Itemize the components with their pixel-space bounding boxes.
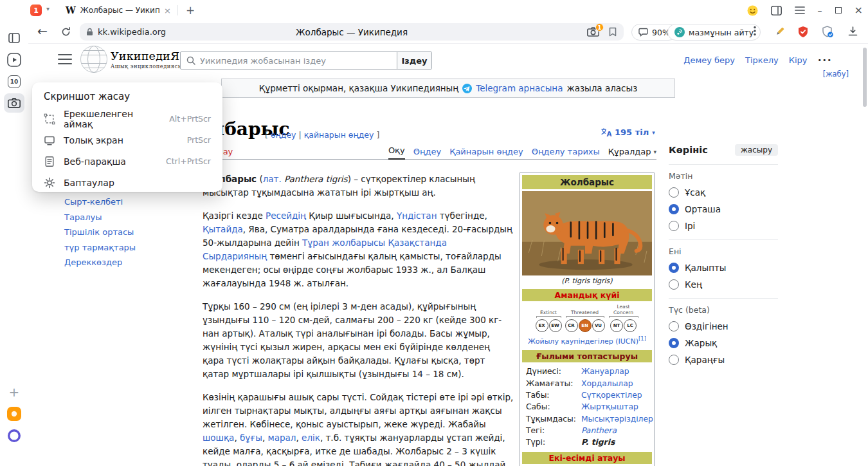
header-link[interactable]: Демеу беру bbox=[683, 55, 735, 65]
search-button[interactable]: Іздеу bbox=[397, 52, 431, 69]
appearance-option[interactable]: Орташа bbox=[669, 204, 778, 214]
taxonomy-value[interactable]: Мысықтәрізділер bbox=[581, 415, 653, 424]
tab-close-icon[interactable]: × bbox=[164, 6, 171, 15]
article-link[interactable]: елік bbox=[302, 433, 320, 443]
side-panel-icon[interactable] bbox=[771, 6, 782, 15]
browser-menu-icon[interactable] bbox=[795, 6, 805, 14]
alice-ring-icon[interactable] bbox=[0, 426, 28, 445]
url-text[interactable]: kk.wikipedia.org bbox=[98, 27, 166, 37]
protect-shield-icon[interactable] bbox=[822, 26, 834, 38]
view-tab[interactable]: Құралдар▾ bbox=[608, 147, 656, 160]
status-link[interactable]: Жойылу қаупіндегілер (IUCN)[1] bbox=[522, 335, 652, 346]
article-link[interactable]: Қытайда bbox=[203, 224, 243, 234]
article-link[interactable]: Тұран жолбарысы bbox=[302, 238, 385, 248]
radio-button[interactable] bbox=[669, 355, 679, 365]
radio-button[interactable] bbox=[669, 279, 679, 290]
address-bar[interactable]: kk.wikipedia.org Жолбарыс — Уикипедия 1 bbox=[80, 23, 624, 41]
view-tab[interactable]: Оқу bbox=[388, 145, 405, 160]
article-link[interactable]: шошқа bbox=[203, 433, 234, 443]
search-icon bbox=[186, 56, 195, 65]
view-tab[interactable]: Өңделу тарихы bbox=[532, 147, 600, 160]
toc-item[interactable]: түр тармақтары bbox=[64, 243, 193, 252]
taxonomy-value[interactable]: Хордалылар bbox=[581, 379, 648, 388]
view-tab[interactable]: Қайнарын өңдеу bbox=[449, 147, 523, 160]
edit-pencil-icon[interactable] bbox=[774, 26, 786, 37]
search-input[interactable] bbox=[200, 56, 397, 66]
radio-button[interactable] bbox=[669, 221, 679, 231]
adblock-shield-icon[interactable] bbox=[797, 26, 809, 38]
edit-source-link[interactable]: қайнарын өңдеу bbox=[304, 130, 374, 140]
article-link[interactable]: Үндістан bbox=[397, 210, 437, 221]
refresh-button[interactable] bbox=[60, 26, 71, 40]
screenshot-menu-item[interactable]: Толық экранPrtScr bbox=[32, 129, 222, 151]
radio-button[interactable] bbox=[669, 338, 679, 348]
view-tab[interactable]: Өңдеу bbox=[413, 147, 442, 160]
toc-item[interactable]: Сырт-келбеті bbox=[64, 197, 193, 207]
bookmark-icon[interactable] bbox=[608, 27, 617, 37]
tab-group-caret-icon[interactable]: ▾ bbox=[46, 5, 50, 12]
taxonomy-value[interactable]: Сүтқоректілер bbox=[581, 391, 648, 400]
taxonomy-value[interactable]: Panthera bbox=[581, 426, 648, 435]
appearance-option[interactable]: Ірі bbox=[669, 221, 778, 231]
sidebar-panels-icon[interactable] bbox=[0, 28, 28, 48]
lock-icon[interactable] bbox=[86, 28, 93, 36]
header-overflow-button[interactable]: ••• bbox=[818, 56, 832, 64]
screenshot-menu-item[interactable]: Ерекшеленген аймақAlt+PrtScr bbox=[32, 108, 222, 129]
back-button[interactable]: ← bbox=[37, 24, 48, 38]
appearance-option[interactable]: Жарық bbox=[669, 338, 778, 348]
radio-button[interactable] bbox=[669, 263, 679, 273]
appearance-option[interactable]: Өздігінен bbox=[669, 321, 778, 331]
appearance-option[interactable]: Ұсақ bbox=[669, 187, 778, 198]
article-link[interactable]: Қазақстанда bbox=[388, 238, 446, 248]
toc-item[interactable]: Таралуы bbox=[64, 212, 193, 222]
page-scrollbar[interactable] bbox=[863, 48, 867, 107]
edit-link[interactable]: өңдеу bbox=[271, 130, 296, 140]
taxonomy-value[interactable]: Жыртқыштар bbox=[581, 402, 648, 411]
download-icon[interactable] bbox=[847, 26, 858, 37]
minimize-button[interactable]: – bbox=[818, 6, 822, 15]
toc-item[interactable]: Дереккөздер bbox=[64, 257, 193, 267]
sidebar-counter-icon[interactable]: 10 bbox=[0, 72, 28, 91]
browser-tab[interactable]: W Жолбарыс — Уикипед... × bbox=[62, 2, 175, 19]
sidebar-screenshot-icon[interactable] bbox=[4, 93, 24, 113]
article-link[interactable]: Сырдарияның bbox=[203, 251, 267, 261]
new-tab-button[interactable]: + bbox=[183, 3, 198, 18]
article-link[interactable]: бұғы bbox=[240, 433, 262, 443]
appearance-option[interactable]: Кең bbox=[669, 279, 778, 290]
language-selector[interactable]: A 195 тіл ▾ bbox=[601, 127, 655, 137]
wiki-search-box[interactable]: Іздеу bbox=[180, 51, 432, 70]
article-link[interactable]: марал bbox=[268, 433, 296, 443]
smiley-extension-icon[interactable] bbox=[747, 5, 758, 16]
address-options-icon[interactable] bbox=[754, 26, 756, 39]
sidebar-add-icon[interactable]: + bbox=[0, 382, 28, 402]
sidebar-video-icon[interactable] bbox=[0, 50, 28, 70]
status-code-en: EN bbox=[579, 319, 592, 332]
yandex-service-icon[interactable] bbox=[0, 404, 28, 424]
screenshot-menu-item[interactable]: Веб-парақшаCtrl+PrtScr bbox=[32, 151, 222, 172]
toc-item[interactable]: Тіршілік ортасы bbox=[64, 227, 193, 237]
tab-group-chip[interactable]: 1 bbox=[30, 5, 42, 16]
appearance-option[interactable]: Қалыпты bbox=[669, 263, 778, 273]
appearance-option[interactable]: Қараңғы bbox=[669, 355, 778, 365]
radio-button[interactable] bbox=[669, 321, 679, 331]
read-aloud-button[interactable]: мазмұнын айту bbox=[667, 24, 761, 41]
header-link[interactable]: Кіру bbox=[789, 55, 808, 65]
wiki-menu-icon[interactable] bbox=[58, 54, 72, 64]
screenshot-camera-icon[interactable]: 1 bbox=[587, 27, 599, 37]
telegram-link[interactable]: Telegram арнасына bbox=[476, 83, 563, 93]
radio-button[interactable] bbox=[669, 187, 679, 198]
taxonomy-value[interactable]: Жануарлар bbox=[581, 367, 648, 376]
banner-close-link[interactable]: [жабу] bbox=[823, 70, 849, 79]
close-window-button[interactable]: × bbox=[854, 5, 863, 15]
screenshot-menu-item[interactable]: Баптаулар bbox=[32, 172, 222, 193]
reference-1[interactable]: [1] bbox=[638, 335, 646, 342]
wikipedia-logo[interactable] bbox=[80, 45, 108, 75]
radio-button[interactable] bbox=[669, 204, 679, 214]
article-link[interactable]: Ресейдің bbox=[266, 210, 306, 221]
header-link[interactable]: Тіркелу bbox=[745, 55, 779, 65]
tiger-photo[interactable] bbox=[522, 191, 652, 275]
wikipedia-wordmark[interactable]: УикипедиЯ Ашық энциклопедиясы bbox=[111, 50, 183, 70]
maximize-button[interactable] bbox=[835, 7, 842, 14]
appearance-hide-button[interactable]: жасыру bbox=[735, 144, 778, 156]
article-link[interactable]: лат. bbox=[263, 174, 282, 184]
